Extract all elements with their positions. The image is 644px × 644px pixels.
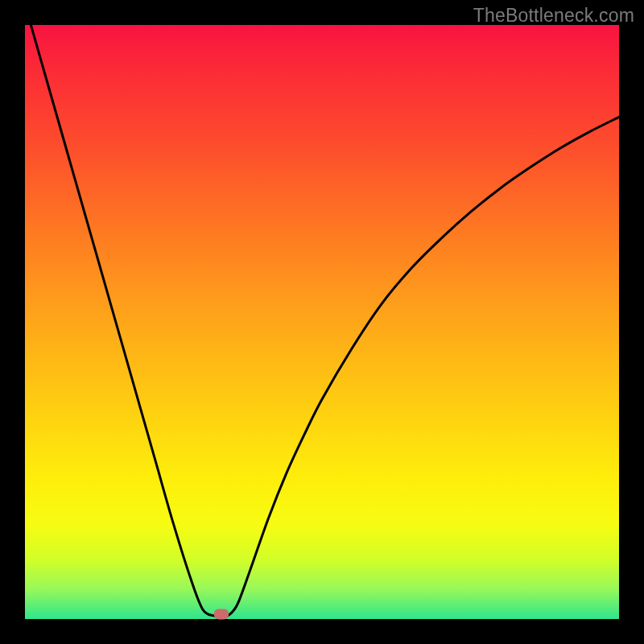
optimal-point-marker	[214, 609, 229, 620]
curve-svg	[25, 25, 619, 619]
plot-area	[25, 25, 619, 619]
watermark-text: TheBottleneck.com	[473, 5, 634, 27]
chart-frame: TheBottleneck.com	[0, 0, 644, 644]
bottleneck-curve	[31, 25, 619, 617]
